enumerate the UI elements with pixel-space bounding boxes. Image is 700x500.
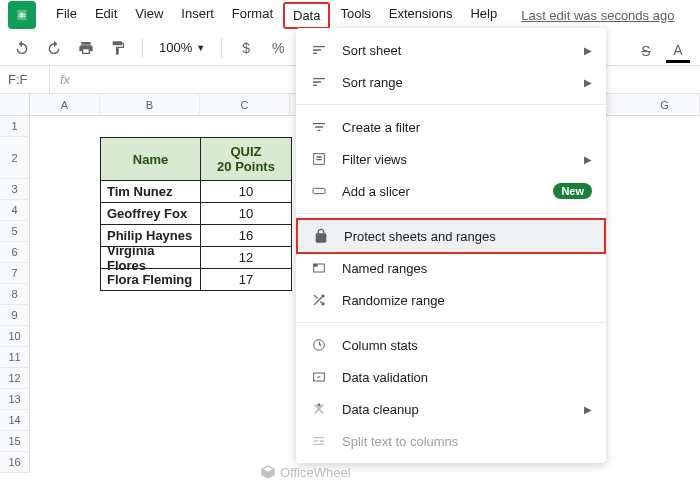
cell-name[interactable]: Geoffrey Fox: [101, 203, 201, 224]
zoom-select[interactable]: 100% ▼: [155, 40, 209, 55]
row-header[interactable]: 3: [0, 179, 30, 200]
menu-data-cleanup[interactable]: Data cleanup ▶: [296, 393, 606, 425]
menu-tools[interactable]: Tools: [332, 2, 378, 29]
row-header[interactable]: 1: [0, 116, 30, 137]
randomize-icon: [310, 291, 328, 309]
sheets-app-icon[interactable]: [8, 1, 36, 29]
menu-sort-sheet[interactable]: Sort sheet ▶: [296, 34, 606, 66]
row-header[interactable]: 7: [0, 263, 30, 284]
cell-quiz[interactable]: 17: [201, 269, 291, 290]
strikethrough-button[interactable]: S: [634, 39, 658, 63]
filter-icon: [310, 118, 328, 136]
menu-bar: File Edit View Insert Format Data Tools …: [48, 2, 505, 29]
col-header[interactable]: A: [30, 94, 100, 116]
row-header[interactable]: 9: [0, 305, 30, 326]
menu-filter-views[interactable]: Filter views ▶: [296, 143, 606, 175]
cell-quiz[interactable]: 16: [201, 225, 291, 246]
print-button[interactable]: [74, 36, 98, 60]
slicer-icon: [310, 182, 328, 200]
data-table: Name QUIZ 20 Points Tim Nunez 10 Geoffre…: [100, 137, 292, 291]
undo-button[interactable]: [10, 36, 34, 60]
sort-sheet-icon: [310, 41, 328, 59]
col-header[interactable]: B: [100, 94, 200, 116]
row-header[interactable]: 14: [0, 410, 30, 431]
table-header-quiz[interactable]: QUIZ 20 Points: [201, 138, 291, 180]
filter-views-icon: [310, 150, 328, 168]
cell-quiz[interactable]: 10: [201, 181, 291, 202]
row-header[interactable]: 13: [0, 389, 30, 410]
table-row[interactable]: Flora Fleming 17: [101, 268, 291, 290]
select-all-corner[interactable]: [0, 94, 30, 116]
svg-rect-7: [314, 264, 318, 267]
row-header[interactable]: 8: [0, 284, 30, 305]
submenu-arrow-icon: ▶: [584, 45, 592, 56]
row-header[interactable]: 16: [0, 452, 30, 473]
menu-insert[interactable]: Insert: [173, 2, 222, 29]
svg-rect-3: [21, 12, 22, 18]
watermark: OfficeWheel: [260, 464, 351, 480]
row-header[interactable]: 10: [0, 326, 30, 347]
paint-format-button[interactable]: [106, 36, 130, 60]
lock-icon: [312, 227, 330, 245]
menu-edit[interactable]: Edit: [87, 2, 125, 29]
data-menu-dropdown: Sort sheet ▶ Sort range ▶ Create a filte…: [296, 28, 606, 463]
cell-name[interactable]: Flora Fleming: [101, 269, 201, 290]
name-box[interactable]: F:F: [0, 66, 50, 93]
menu-protect-sheets[interactable]: Protect sheets and ranges: [296, 218, 606, 254]
submenu-arrow-icon: ▶: [584, 154, 592, 165]
submenu-arrow-icon: ▶: [584, 404, 592, 415]
submenu-arrow-icon: ▶: [584, 77, 592, 88]
menu-add-slicer[interactable]: Add a slicer New: [296, 175, 606, 207]
row-header[interactable]: 2: [0, 137, 30, 179]
cell-quiz[interactable]: 12: [201, 247, 291, 268]
menu-data-validation[interactable]: Data validation: [296, 361, 606, 393]
row-header[interactable]: 6: [0, 242, 30, 263]
percent-button[interactable]: %: [266, 36, 290, 60]
table-row[interactable]: Virginia Flores 12: [101, 246, 291, 268]
redo-button[interactable]: [42, 36, 66, 60]
menu-extensions[interactable]: Extensions: [381, 2, 461, 29]
row-header[interactable]: 12: [0, 368, 30, 389]
row-header[interactable]: 4: [0, 200, 30, 221]
menu-help[interactable]: Help: [462, 2, 505, 29]
menu-create-filter[interactable]: Create a filter: [296, 111, 606, 143]
text-color-button[interactable]: A: [666, 39, 690, 63]
menu-randomize-range[interactable]: Randomize range: [296, 284, 606, 316]
menu-view[interactable]: View: [127, 2, 171, 29]
menu-column-stats[interactable]: Column stats: [296, 329, 606, 361]
new-badge: New: [553, 183, 592, 199]
menu-split-text: Split text to columns: [296, 425, 606, 457]
menu-data[interactable]: Data: [283, 2, 330, 29]
fx-label: fx: [50, 72, 80, 87]
currency-button[interactable]: $: [234, 36, 258, 60]
row-header[interactable]: 5: [0, 221, 30, 242]
cleanup-icon: [310, 400, 328, 418]
validation-icon: [310, 368, 328, 386]
last-edit-link[interactable]: Last edit was seconds ago: [521, 8, 674, 23]
table-header-name[interactable]: Name: [101, 138, 201, 180]
sort-range-icon: [310, 73, 328, 91]
col-header[interactable]: C: [200, 94, 290, 116]
menu-format[interactable]: Format: [224, 2, 281, 29]
menu-file[interactable]: File: [48, 2, 85, 29]
split-text-icon: [310, 432, 328, 450]
named-ranges-icon: [310, 259, 328, 277]
cell-name[interactable]: Virginia Flores: [101, 247, 201, 268]
svg-rect-5: [313, 188, 325, 193]
table-row[interactable]: Geoffrey Fox 10: [101, 202, 291, 224]
table-row[interactable]: Tim Nunez 10: [101, 180, 291, 202]
menu-named-ranges[interactable]: Named ranges: [296, 252, 606, 284]
cell-quiz[interactable]: 10: [201, 203, 291, 224]
stats-icon: [310, 336, 328, 354]
col-header[interactable]: G: [630, 94, 700, 116]
cell-name[interactable]: Tim Nunez: [101, 181, 201, 202]
menu-sort-range[interactable]: Sort range ▶: [296, 66, 606, 98]
row-header[interactable]: 11: [0, 347, 30, 368]
row-header[interactable]: 15: [0, 431, 30, 452]
